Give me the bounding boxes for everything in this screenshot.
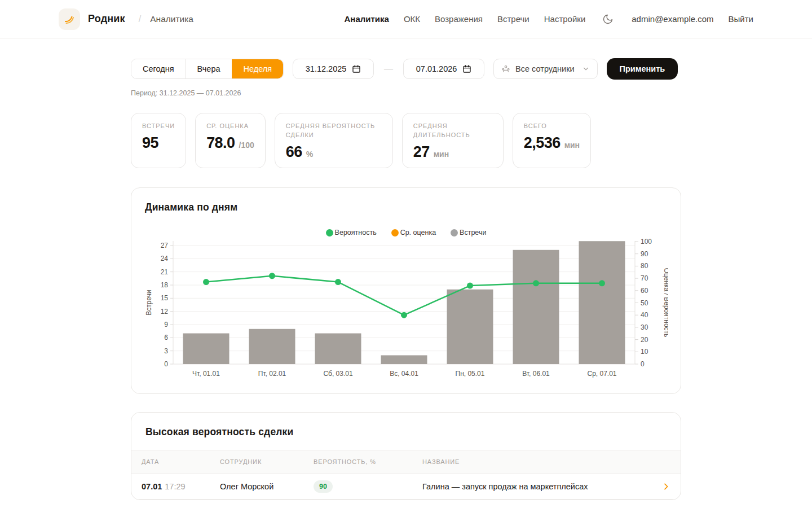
bar-Ср, 07.01 [579, 241, 625, 364]
bar-Пт, 02.01 [249, 329, 295, 364]
date-from-input[interactable]: 31.12.2025 [293, 59, 374, 79]
deal-open-chevron[interactable] [654, 482, 670, 491]
calendar-icon [462, 64, 471, 73]
svg-text:30: 30 [641, 323, 648, 331]
svg-text:21: 21 [161, 268, 169, 276]
employees-select[interactable]: Все сотрудники [493, 59, 598, 79]
main-nav: АналитикаОККВозраженияВстречиНастройки [344, 14, 585, 24]
date-to-value: 07.01.2026 [416, 64, 457, 73]
preset-button-неделя[interactable]: Неделя [232, 59, 284, 78]
period-caption: Период: 31.12.2025 — 07.01.2026 [131, 89, 681, 97]
svg-text:60: 60 [641, 287, 648, 295]
stat-card-value: 95 [142, 134, 158, 152]
line-point-Сб, 03.01 [335, 279, 341, 285]
chevron-down-icon [582, 65, 590, 73]
stat-card-label: СР. ОЦЕНКА [206, 122, 254, 131]
stat-card-label: СРЕДНЯЯ ДЛИТЕЛЬНОСТЬ [413, 122, 492, 140]
nav-item-окк[interactable]: ОКК [404, 14, 420, 24]
svg-text:70: 70 [641, 274, 648, 282]
nav-item-аналитика[interactable]: Аналитика [344, 14, 389, 24]
chart-legend: ВероятностьСр. оценкаВстречи [145, 229, 667, 237]
stat-card-value-row: 95 [142, 134, 175, 152]
stat-card-label: СРЕДНЯЯ ВЕРОЯТНОСТЬ СДЕЛКИ [286, 122, 382, 140]
stat-card-0: ВСТРЕЧИ95 [131, 113, 186, 168]
table-header-cell: НАЗВАНИЕ [422, 458, 654, 465]
line-point-Чт, 01.01 [203, 279, 209, 285]
stat-card-value-row: 27мин [413, 143, 492, 161]
svg-text:50: 50 [641, 299, 648, 307]
nav-item-настройки[interactable]: Настройки [544, 14, 586, 24]
line-point-Вс, 04.01 [401, 312, 407, 318]
apply-button[interactable]: Применить [607, 58, 678, 80]
line-point-Ср, 07.01 [599, 280, 605, 286]
high-probability-deals-card: Высокая вероятность сделки ДАТАСОТРУДНИК… [131, 412, 681, 500]
stat-card-value: 66 [286, 143, 302, 161]
brand[interactable]: Родник / Аналитика [59, 8, 193, 30]
svg-text:Пн, 05.01: Пн, 05.01 [456, 370, 485, 378]
app-name: Родник [88, 13, 125, 25]
logout-button[interactable]: Выйти [729, 14, 753, 24]
stat-card-value-row: 2,536мин [524, 134, 580, 152]
svg-text:Чт, 01.01: Чт, 01.01 [192, 370, 220, 378]
svg-text:80: 80 [641, 262, 648, 270]
svg-text:6: 6 [164, 334, 168, 341]
svg-text:Ср, 07.01: Ср, 07.01 [587, 370, 616, 378]
legend-label: Встречи [460, 229, 486, 237]
svg-text:10: 10 [641, 348, 648, 356]
preset-button-сегодня[interactable]: Сегодня [131, 59, 186, 78]
stat-card-value: 27 [413, 143, 430, 161]
legend-item-Вероятность: Вероятность [326, 229, 377, 237]
svg-text:24: 24 [161, 255, 169, 262]
stat-card-2: СРЕДНЯЯ ВЕРОЯТНОСТЬ СДЕЛКИ66% [275, 113, 393, 168]
probability-badge: 90 [314, 480, 333, 493]
nav-item-встречи[interactable]: Встречи [497, 14, 529, 24]
date-range-separator: — [384, 64, 393, 74]
users-icon [501, 64, 510, 73]
stat-card-value: 2,536 [524, 134, 561, 152]
user-email: admin@example.com [632, 14, 713, 24]
stat-card-label: ВСЕГО [524, 122, 580, 131]
legend-label: Ср. оценка [400, 229, 436, 237]
breadcrumb-current: Аналитика [150, 14, 193, 24]
breadcrumb-separator: / [139, 14, 141, 24]
legend-dot-icon [391, 229, 399, 237]
stat-card-suffix: мин [564, 141, 580, 150]
bar-Пн, 05.01 [447, 290, 493, 364]
topbar: Родник / Аналитика АналитикаОККВозражени… [0, 0, 812, 38]
table-header-row: ДАТАСОТРУДНИКВЕРОЯТНОСТЬ, %НАЗВАНИЕ [131, 450, 681, 474]
deal-name: Галина — запуск продаж на маркетплейсах [422, 482, 654, 491]
stat-card-3: СРЕДНЯЯ ДЛИТЕЛЬНОСТЬ27мин [402, 113, 504, 168]
svg-text:Пт, 02.01: Пт, 02.01 [258, 370, 286, 378]
daily-dynamics-chart: 03691215182124270102030405060708090100Вс… [145, 239, 668, 381]
theme-toggle-button[interactable] [602, 14, 614, 25]
preset-button-вчера[interactable]: Вчера [186, 59, 232, 78]
date-to-input[interactable]: 07.01.2026 [403, 59, 484, 79]
svg-text:27: 27 [161, 242, 169, 249]
stat-card-suffix: мин [434, 150, 449, 159]
stat-card-label: ВСТРЕЧИ [142, 122, 175, 131]
svg-text:Встречи: Встречи [145, 290, 153, 315]
table-body: 07.0117:29Олег Морской90Галина — запуск … [131, 474, 681, 500]
deal-probability: 90 [314, 480, 422, 493]
stat-card-value-row: 78.0/100 [206, 134, 254, 152]
line-point-Пн, 05.01 [467, 283, 473, 289]
bar-Сб, 03.01 [315, 334, 361, 364]
table-row[interactable]: 07.0117:29Олег Морской90Галина — запуск … [131, 474, 681, 500]
svg-text:0: 0 [641, 360, 645, 368]
svg-text:Вт, 06.01: Вт, 06.01 [522, 370, 550, 378]
stat-card-value-row: 66% [286, 143, 382, 161]
svg-text:90: 90 [641, 250, 648, 258]
bar-Чт, 01.01 [183, 334, 230, 364]
table-header-cell: ДАТА [142, 458, 220, 465]
legend-dot-icon [451, 229, 458, 237]
nav-item-возражения[interactable]: Возражения [435, 14, 483, 24]
chart-title: Динамика по дням [145, 202, 667, 213]
employees-select-value: Все сотрудники [515, 64, 575, 73]
svg-text:40: 40 [641, 311, 648, 319]
stat-cards-row: ВСТРЕЧИ95СР. ОЦЕНКА78.0/100СРЕДНЯЯ ВЕРОЯ… [131, 113, 681, 168]
bar-Вт, 06.01 [513, 250, 559, 364]
stat-card-4: ВСЕГО2,536мин [513, 113, 591, 168]
chevron-right-icon [661, 482, 670, 491]
stat-card-suffix: % [306, 150, 313, 159]
table-title: Высокая вероятность сделки [131, 426, 681, 438]
